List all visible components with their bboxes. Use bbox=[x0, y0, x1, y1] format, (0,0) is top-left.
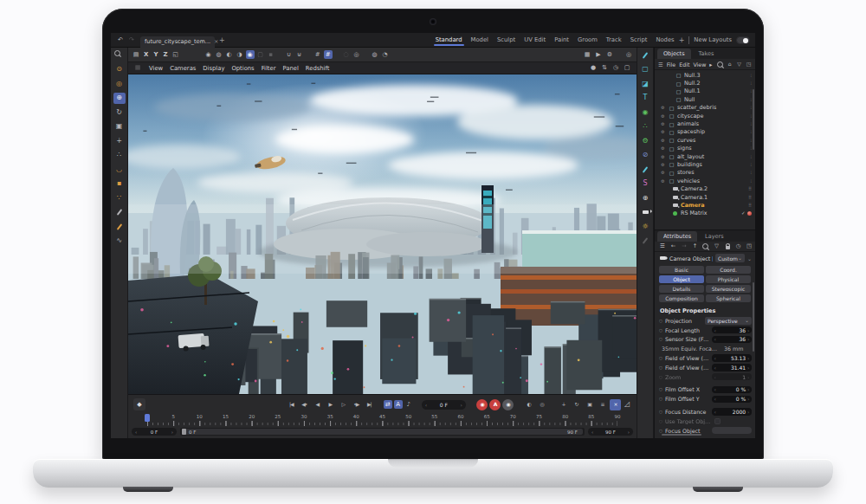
visibility-toggles[interactable] bbox=[751, 154, 752, 159]
horizontal-scrollbar[interactable] bbox=[662, 434, 701, 436]
record-keyframe-icon[interactable]: ◉ bbox=[476, 399, 488, 410]
object-row[interactable]: ⚙ scatter_debris bbox=[655, 104, 755, 112]
timeline-expand-icon[interactable]: ◿ bbox=[623, 400, 631, 409]
visibility-toggles[interactable] bbox=[748, 186, 752, 191]
view-menu[interactable]: View bbox=[693, 61, 706, 68]
generator-gear-icon[interactable]: ⚙ bbox=[661, 121, 666, 126]
layout-tab[interactable]: Model bbox=[471, 33, 488, 47]
layout-tab[interactable]: UV Edit bbox=[524, 33, 546, 47]
new-document-tab-button[interactable]: + bbox=[219, 36, 225, 44]
object-row[interactable]: ⚙ curves bbox=[655, 136, 755, 144]
pen-tool-icon[interactable] bbox=[113, 207, 126, 218]
visibility-toggles[interactable] bbox=[741, 210, 752, 216]
sphere-b-icon[interactable]: ◔ bbox=[381, 50, 390, 59]
mode-tab[interactable]: Coord. bbox=[706, 266, 751, 274]
property-spinner[interactable]: 53.13 bbox=[712, 354, 752, 362]
visibility-toggles[interactable] bbox=[751, 81, 752, 86]
property-spinner[interactable]: 1 bbox=[712, 373, 752, 381]
property-checkbox[interactable] bbox=[714, 418, 721, 424]
spline-pen-alt-icon[interactable] bbox=[639, 164, 651, 175]
render-settings-icon[interactable]: ⚙ bbox=[605, 50, 614, 59]
generator-gear-icon[interactable]: ⚙ bbox=[661, 145, 666, 151]
float-window-icon[interactable]: ▢ bbox=[623, 64, 631, 73]
spline-rect-icon[interactable]: ▪ bbox=[113, 178, 126, 190]
interactive-render-icon[interactable]: ◎ bbox=[624, 50, 633, 59]
object-row[interactable]: ⚙ Null.1 bbox=[655, 87, 755, 95]
up-icon[interactable]: ↑ bbox=[691, 242, 700, 250]
edit-menu[interactable]: Edit bbox=[679, 61, 689, 68]
back-icon[interactable]: ← bbox=[669, 242, 678, 250]
axis-lock-icon[interactable]: ◍ bbox=[215, 50, 223, 59]
disabled-pen-icon[interactable] bbox=[639, 236, 651, 247]
primitive-cube-icon[interactable]: ◪ bbox=[639, 78, 651, 89]
range-end-spinner[interactable]: 90 F bbox=[588, 428, 633, 436]
close-tab-icon[interactable]: × bbox=[214, 38, 218, 45]
rotate-tool-icon[interactable]: ↻ bbox=[113, 107, 126, 118]
coordinate-system-icon[interactable]: ◱ bbox=[171, 50, 180, 59]
property-spinner[interactable]: 0 % bbox=[712, 396, 752, 404]
mode-tab[interactable]: Composition bbox=[659, 294, 704, 302]
attribute-scrollbar[interactable] bbox=[753, 282, 755, 352]
sound-icon[interactable]: ♪ bbox=[404, 400, 413, 409]
mode-tab[interactable]: Spherical bbox=[706, 294, 751, 302]
keyframe-presets-icon[interactable]: ≡ bbox=[597, 399, 608, 410]
mode-tab[interactable]: Stereoscopic bbox=[706, 285, 751, 293]
axis-lock-button[interactable]: Z bbox=[162, 51, 168, 59]
search-tool-icon[interactable] bbox=[113, 49, 126, 61]
camera-create-icon[interactable] bbox=[639, 207, 651, 218]
record-scale-icon[interactable]: ◎ bbox=[536, 399, 547, 410]
light-create-icon[interactable]: ☼ bbox=[639, 221, 651, 232]
viewport-menu-item[interactable]: Options bbox=[231, 65, 254, 72]
filter-icon[interactable]: ▽ bbox=[713, 242, 721, 250]
visibility-toggles[interactable] bbox=[751, 162, 752, 167]
viewport-menu-item[interactable]: View bbox=[149, 65, 163, 72]
workplane-icon[interactable]: ◐ bbox=[225, 50, 234, 59]
snap-icon[interactable]: ∪ bbox=[285, 50, 294, 59]
property-spinner[interactable]: 36 bbox=[712, 336, 752, 344]
live-selection-icon[interactable]: ⊙ bbox=[113, 64, 126, 75]
move-tool-icon[interactable]: ⊕ bbox=[113, 93, 126, 104]
record-pla-icon[interactable]: ▣ bbox=[584, 399, 595, 410]
object-row[interactable]: ⚙ vehicles bbox=[655, 177, 755, 184]
timeline-ruler[interactable]: 051015202530354045505560657075808590 bbox=[133, 414, 631, 426]
selection-filter-icon[interactable]: ◎ bbox=[113, 78, 126, 89]
object-row[interactable]: ⚙ RS Matrix bbox=[655, 210, 755, 216]
visibility-toggles[interactable] bbox=[748, 195, 752, 200]
redo-icon[interactable]: ↷ bbox=[127, 36, 136, 44]
next-key-icon[interactable]: •▶ bbox=[351, 399, 362, 410]
disabled-tool-b-icon[interactable]: ▪ bbox=[267, 50, 275, 59]
document-tab[interactable]: future_cityscape_tem... × bbox=[140, 36, 215, 48]
restriction-icon[interactable]: ⊘ bbox=[639, 150, 651, 161]
layout-toggle[interactable] bbox=[736, 36, 750, 44]
generator-gear-icon[interactable]: ⚙ bbox=[661, 129, 666, 134]
render-view-icon[interactable]: ▦ bbox=[583, 50, 591, 59]
autokey-icon[interactable]: A bbox=[489, 399, 501, 410]
property-spinner[interactable]: 31.41 bbox=[712, 364, 752, 372]
visibility-toggles[interactable] bbox=[751, 105, 752, 110]
text-object-icon[interactable]: T bbox=[639, 93, 651, 104]
property-spinner[interactable]: 36 bbox=[712, 326, 752, 334]
3d-viewport[interactable] bbox=[128, 74, 637, 394]
render-picture-viewer-icon[interactable]: ▶ bbox=[594, 50, 603, 59]
object-row[interactable]: ⚙ cityscape bbox=[655, 112, 755, 120]
viewport-menu-item[interactable]: Redshift bbox=[306, 65, 330, 72]
prev-frame-icon[interactable]: ◀ bbox=[312, 399, 323, 410]
panel-tab[interactable]: Layers bbox=[699, 231, 730, 242]
search-icon[interactable] bbox=[701, 242, 710, 250]
sketch-pen-icon[interactable] bbox=[113, 221, 126, 232]
axis-center-icon[interactable]: ◉ bbox=[204, 50, 213, 59]
object-row[interactable]: ⚙ Camera.2 bbox=[655, 184, 755, 192]
coord-modify-icon[interactable]: ∴ bbox=[113, 150, 126, 161]
quantize-icon[interactable]: # bbox=[324, 50, 333, 59]
visibility-toggles[interactable] bbox=[751, 88, 752, 94]
next-frame-icon[interactable]: ▷ bbox=[338, 399, 349, 410]
mode-tab[interactable]: Details bbox=[659, 285, 704, 293]
object-row[interactable]: ⚙ Null.3 bbox=[655, 71, 755, 79]
viewport-menu-item[interactable]: Cameras bbox=[170, 65, 196, 72]
layout-tab[interactable]: Paint bbox=[554, 33, 569, 47]
filter-icon[interactable]: ▽ bbox=[735, 61, 744, 68]
range-slider[interactable]: 0 F 90 F bbox=[180, 428, 585, 436]
globe-icon[interactable]: ⊕ bbox=[639, 192, 651, 204]
shading-sphere-icon[interactable]: ● bbox=[589, 64, 598, 73]
sphere-a-icon[interactable]: ◍ bbox=[371, 50, 379, 59]
